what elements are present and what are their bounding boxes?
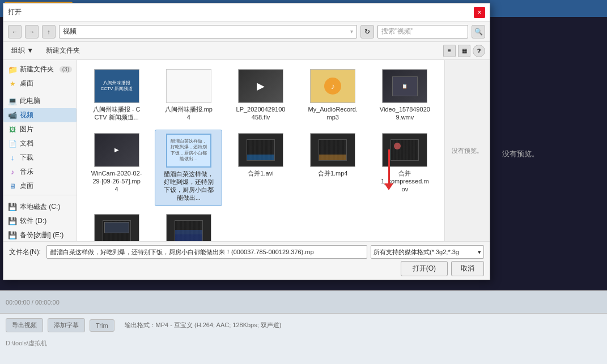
- file-item-audio[interactable]: ♪ My_AudioRecord.mp3: [299, 66, 367, 125]
- file-name-heyi1-mp4: 合并1.mp4: [318, 169, 348, 177]
- dialog-title: 打开: [8, 7, 22, 17]
- sidebar-item-d[interactable]: 💾 软件 (D:): [3, 214, 77, 228]
- pictures-icon: 🖼: [8, 125, 17, 134]
- file-item-mp4[interactable]: 八闽州味播报.mp4: [155, 66, 222, 125]
- sidebar-sep2: [3, 195, 77, 198]
- auto-fix-thumb: [175, 220, 203, 241]
- file-dialog: 打开 × ← → ↑ 视频 ▾ ↻ 搜索"视频" 🔍 组织 ▼ 新建文件夹 ≡ …: [3, 3, 490, 280]
- thumb-news-text: 八闽州味播报CCTV 新闻频道: [101, 80, 133, 92]
- filetype-select[interactable]: 所有支持的媒体格式(*.3g2;*.3g ▾: [371, 245, 484, 259]
- bg-controls-row: 导出视频 添加字幕 Trim 输出格式：MP4 - 豆宝义 (H.264; AA…: [0, 314, 607, 337]
- file-name-heyi1-avi: 合并1.avi: [248, 169, 273, 177]
- sidebar-label: 新建文件夹: [20, 65, 54, 74]
- no-preview-text: 没有预览。: [452, 147, 483, 155]
- file-thumb-heyi1-avi: [238, 133, 283, 167]
- bg-btn-2: 添加字幕: [48, 318, 85, 332]
- drive-e-icon: 💾: [8, 231, 17, 240]
- file-item-heyi1-mp4[interactable]: 合并1.mp4: [299, 130, 367, 206]
- file-item-cctv[interactable]: 八闽州味播报CCTV 新闻频道 八闽州味播报 - CCTV 新闻频道...: [83, 66, 150, 125]
- pc-icon: 💻: [8, 97, 17, 106]
- no-preview-panel: 没有预览。: [444, 60, 490, 241]
- search-box[interactable]: 搜索"视频": [377, 25, 468, 38]
- up-button[interactable]: ↑: [42, 25, 56, 38]
- bg-no-preview: 没有预览。: [502, 149, 539, 159]
- file-thumb-auto-fix: [166, 214, 211, 241]
- sidebar-item-music[interactable]: ♪ 音乐: [3, 165, 77, 179]
- bg-btn-1: 导出视频: [6, 318, 43, 332]
- sidebar-item-e[interactable]: 💾 备份[勿删] (E:): [3, 228, 77, 241]
- drive-c-icon: 💾: [8, 203, 17, 212]
- dialog-close-button[interactable]: ×: [474, 7, 485, 18]
- sidebar-badge: (3): [60, 66, 72, 72]
- sidebar-label-docs: 文档: [20, 139, 33, 148]
- cancel-button[interactable]: 取消: [451, 261, 484, 276]
- music-icon: ♪: [8, 168, 17, 177]
- file-item-fixed-wmv[interactable]: 修复的Video_1578490209.wmv: [83, 211, 150, 241]
- sidebar-item-desktop[interactable]: 🖥 桌面: [3, 179, 77, 193]
- arrow-head: [384, 183, 393, 190]
- folder-icon: 📁: [8, 65, 17, 74]
- file-item-wmv[interactable]: 📋 Video_1578490209.wmv: [371, 66, 439, 125]
- sidebar-item-new-folder[interactable]: 📁 新建文件夹 (3): [3, 62, 77, 76]
- file-name-mp4: 八闽州味播报.mp4: [163, 105, 214, 122]
- file-item-lp[interactable]: ▶ LP_20200429100458.flv: [227, 66, 294, 125]
- arrow-line: [388, 149, 390, 183]
- path-text: 视频: [63, 27, 77, 36]
- sidebar-item-desktop-quick[interactable]: ★ 桌面: [3, 76, 77, 91]
- file-item-heyi-mov[interactable]: 合并1_compressed.mov: [371, 130, 439, 206]
- open-button[interactable]: 打开(O): [401, 261, 448, 276]
- file-thumb-heyi1-mp4: [310, 133, 355, 167]
- file-name-selected: 醋溜白菜这样做，好吃到爆，还特别下饭，厨房小白都能做出...: [163, 170, 214, 202]
- filename-input[interactable]: [46, 245, 367, 259]
- audio-note-icon: ♪: [324, 78, 341, 95]
- refresh-button[interactable]: ↻: [360, 25, 374, 38]
- help-button[interactable]: ?: [473, 45, 485, 57]
- sidebar-item-videos[interactable]: 📹 视频: [3, 108, 77, 122]
- heyi1-mp4-thumb: [319, 139, 347, 161]
- file-thumb-wincam: ▶: [94, 133, 139, 167]
- sidebar-item-pictures[interactable]: 🖼 图片: [3, 122, 77, 136]
- arrow-indicator: [384, 149, 393, 190]
- bg-path-label: D:\tools\虚拟机: [0, 337, 607, 350]
- heyi1-avi-thumb: [247, 139, 275, 161]
- file-name-audio: My_AudioRecord.mp3: [307, 105, 358, 122]
- organize-button[interactable]: 组织 ▼: [8, 45, 37, 57]
- sidebar-item-downloads[interactable]: ↓ 下载: [3, 151, 77, 165]
- back-button[interactable]: ←: [8, 25, 22, 38]
- file-item-heyi1-avi[interactable]: 合并1.avi: [227, 130, 294, 206]
- bg-timeline: 00:00:00 / 00:00:00: [0, 291, 607, 314]
- file-thumb-selected: 醋溜白菜这样做，好吃到爆，还特别下饭，厨房小白都能做出...: [166, 134, 211, 168]
- dialog-files-grid: 八闽州味播报CCTV 新闻频道 八闽州味播报 - CCTV 新闻频道... 八闽…: [77, 60, 444, 241]
- dialog-titlebar: 打开 ×: [3, 3, 490, 22]
- sidebar-item-this-pc[interactable]: 💻 此电脑: [3, 94, 77, 108]
- dialog-main: 📁 新建文件夹 (3) ★ 桌面 💻 此电脑 📹 视频 🖼 图片: [3, 60, 490, 241]
- file-thumb-wmv: 📋: [382, 69, 427, 103]
- address-path[interactable]: 视频 ▾: [59, 25, 357, 38]
- sidebar-label-desktop: 桌面: [20, 181, 33, 191]
- sidebar-item-c[interactable]: 💾 本地磁盘 (C:): [3, 200, 77, 214]
- sidebar-item-documents[interactable]: 📄 文档: [3, 136, 77, 151]
- sidebar-label-pc: 此电脑: [20, 96, 40, 106]
- sidebar-label-music: 音乐: [20, 167, 33, 177]
- heyi-mov-thumb: [390, 139, 419, 161]
- list-view-button[interactable]: ≡: [443, 45, 456, 57]
- sidebar-label-d: 软件 (D:): [20, 216, 46, 226]
- search-button[interactable]: 🔍: [472, 25, 485, 38]
- file-item-wincam[interactable]: ▶ WinCam-2020-02-29-[09-26-57].mp4: [83, 130, 150, 206]
- details-view-button[interactable]: ▦: [458, 45, 470, 57]
- action-row: 打开(O) 取消: [9, 261, 484, 276]
- file-thumb-audio: ♪: [310, 69, 355, 103]
- sidebar-label-e: 备份[勿删] (E:): [20, 230, 63, 240]
- forward-button[interactable]: →: [25, 25, 39, 38]
- new-folder-button[interactable]: 新建文件夹: [43, 45, 83, 57]
- file-thumb-lp: ▶: [238, 69, 283, 103]
- thumb-lp-play-icon: ▶: [257, 80, 265, 92]
- bg-btn-3: Trim: [90, 319, 114, 332]
- file-thumb-mp4: [166, 69, 211, 103]
- file-item-auto-fix[interactable]: 自动修复合并1-1.AVI: [155, 211, 222, 241]
- view-buttons: ≡ ▦ ?: [443, 45, 485, 57]
- file-name-wmv: Video_1578490209.wmv: [379, 105, 430, 122]
- file-item-selected[interactable]: 醋溜白菜这样做，好吃到爆，还特别下饭，厨房小白都能做出... 醋溜白菜这样做，好…: [155, 130, 222, 206]
- dialog-bottom: 文件名(N): 所有支持的媒体格式(*.3g2;*.3g ▾ 打开(O) 取消: [3, 241, 490, 280]
- search-placeholder: 搜索"视频": [381, 27, 414, 36]
